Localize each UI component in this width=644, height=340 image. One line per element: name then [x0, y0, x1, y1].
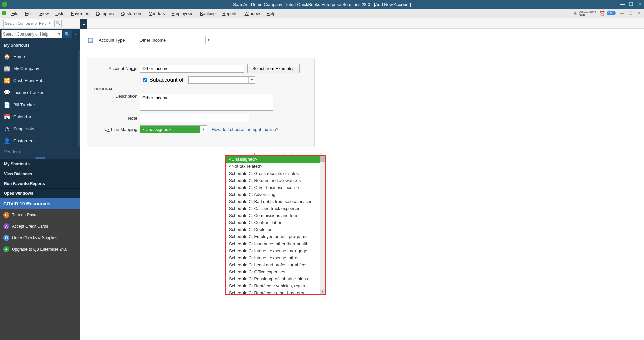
sidebar-resize-handle[interactable]	[35, 157, 45, 159]
sidebar-icon: 👤	[4, 138, 10, 144]
subaccount-combo[interactable]: ▼	[188, 76, 255, 84]
tax-option[interactable]: Schedule C: Rent/lease other bus. prop.	[226, 289, 325, 295]
sidebar-item-income-tracker[interactable]: 💬Income Tracker	[0, 86, 80, 98]
menu-edit[interactable]: Edit	[22, 10, 36, 17]
menu-file[interactable]: File	[8, 10, 22, 17]
sidebar-search-input[interactable]	[1, 30, 56, 38]
inner-restore-button[interactable]: ❐	[627, 11, 633, 16]
discovery-line2: HUB	[579, 13, 596, 16]
promo-upgrade-to-qb-enterprise-24-0[interactable]: +Upgrade to QB Enterprise 24.0	[0, 244, 80, 255]
tax-option[interactable]: Schedule C: Interest expense, other	[226, 254, 325, 261]
tax-option[interactable]: Schedule C: Gross receipts or sales	[226, 170, 325, 177]
tax-option[interactable]: Schedule C: Commissions and fees	[226, 212, 325, 219]
tax-option[interactable]: Schedule C: Employee benefit programs	[226, 233, 325, 240]
lightbulb-icon: ✵	[573, 11, 577, 16]
account-name-label: Account Name	[93, 66, 140, 71]
menu-favorites[interactable]: Favorites	[68, 10, 92, 17]
chevron-down-icon[interactable]: ▼	[248, 77, 255, 83]
toolbar-search-button[interactable]: 🔍	[54, 20, 62, 27]
account-name-input[interactable]	[140, 65, 244, 73]
sidebar-item-my-company[interactable]: 🏢My Company	[0, 62, 80, 74]
sidebar-icon: 🏠	[4, 53, 10, 59]
sidebar-search-button[interactable]: 🔍	[63, 30, 72, 38]
sidebar-search-dropdown[interactable]: ▼	[56, 30, 62, 38]
note-label: Note	[93, 116, 140, 121]
tax-option[interactable]: Schedule C: Car and truck expenses	[226, 205, 325, 212]
menu-lists[interactable]: Lists	[52, 10, 68, 17]
tax-option[interactable]: Schedule C: Rent/lease vehicles, equip.	[226, 282, 325, 289]
description-input[interactable]: Other Income	[140, 94, 273, 111]
sidebar-tab-my-shortcuts[interactable]: My Shortcuts	[0, 159, 80, 169]
maximize-button[interactable]: ❐	[628, 1, 634, 7]
tax-line-combo[interactable]: <Unassigned> ▼	[140, 125, 207, 133]
inner-close-button[interactable]: ✕	[636, 11, 642, 16]
sidebar-tab-run-favorite-reports[interactable]: Run Favorite Reports	[0, 179, 80, 188]
promo-icon: C	[3, 212, 9, 218]
note-input[interactable]	[140, 114, 249, 122]
account-type-combo[interactable]: Other Income ▼	[137, 36, 212, 44]
tax-option[interactable]: Schedule C: Advertising	[226, 191, 325, 198]
menu-customers[interactable]: Customers	[118, 10, 146, 17]
promo-order-checks-supplies[interactable]: OOrder Checks & Supplies	[0, 232, 80, 244]
tax-option[interactable]: Schedule C: Pension/profit sharing plans	[226, 275, 325, 282]
chevron-down-icon[interactable]: ▼	[205, 36, 212, 44]
tax-option[interactable]: <Unassigned>	[226, 156, 325, 163]
account-type-label: Account Type	[99, 38, 125, 43]
sidebar-tab-open-windows[interactable]: Open Windows	[0, 188, 80, 198]
tax-option[interactable]: Schedule C: Other business income	[226, 184, 325, 191]
chevron-down-icon[interactable]: ▼	[200, 126, 207, 133]
promo-turn-on-payroll[interactable]: CTurn on Payroll	[0, 209, 80, 221]
sidebar-item-customers[interactable]: 👤Customers	[0, 135, 80, 147]
sidebar-item-label: My Company	[13, 66, 39, 71]
covid-resources-link[interactable]: COVID-19 Resources	[3, 201, 50, 206]
promo-label: Accept Credit Cards	[12, 224, 48, 229]
tax-option[interactable]: Schedule C: Interest expense, mortgage	[226, 247, 325, 254]
sidebar-tab-view-balances[interactable]: View Balances	[0, 169, 80, 179]
minimize-button[interactable]: —	[619, 1, 625, 7]
tax-option[interactable]: Schedule C: Returns and allowances	[226, 177, 325, 184]
tax-line-help-link[interactable]: How do I choose the right tax line?	[212, 127, 278, 132]
sidebar-collapse-button[interactable]: ‹	[72, 30, 79, 38]
sidebar-item-cash-flow-hub[interactable]: 🔀Cash Flow Hub	[0, 74, 80, 86]
select-examples-button[interactable]: Select from Examples	[247, 64, 300, 73]
sidebar-item-bill-tracker[interactable]: 📄Bill Tracker	[0, 98, 80, 111]
promo-label: Turn on Payroll	[12, 213, 39, 217]
covid-resources-bar[interactable]: COVID-19 Resources	[0, 198, 80, 209]
tax-option[interactable]: Schedule C: Legal and professional fees	[226, 261, 325, 268]
toolbar-search-dropdown[interactable]: ▼	[47, 20, 53, 27]
sidebar-item-snapshots[interactable]: ◔Snapshots	[0, 123, 80, 135]
tax-option[interactable]: Schedule C: Office expenses	[226, 268, 325, 275]
menu-window[interactable]: Window	[241, 10, 263, 17]
dropdown-scrollbar[interactable]: ▼	[320, 156, 325, 294]
tax-option[interactable]: Schedule C: Contract labor	[226, 219, 325, 226]
sidebar-item-home[interactable]: 🏠Home	[0, 50, 80, 62]
sidebar-item-calendar[interactable]: 📅Calendar	[0, 111, 80, 123]
menu-view[interactable]: View	[36, 10, 52, 17]
inner-minimize-button[interactable]: —	[619, 11, 625, 16]
tax-option[interactable]: <Not tax related>	[226, 163, 325, 170]
toolbar-search-input[interactable]	[3, 20, 47, 27]
tax-option[interactable]: Schedule C: Insurance, other than health	[226, 240, 325, 247]
tax-option[interactable]: Schedule C: Depletion	[226, 226, 325, 233]
menu-employees[interactable]: Employees	[168, 10, 197, 17]
sidebar-scrollbar[interactable]	[78, 50, 80, 147]
reminders-button[interactable]: ⏰ 99+	[599, 10, 616, 16]
sidebar-item-vendors-peek[interactable]: Vendors	[0, 147, 80, 157]
menu-reports[interactable]: Reports	[219, 10, 241, 17]
scrollbar-down-button[interactable]: ▼	[320, 289, 325, 294]
discovery-hub-button[interactable]: ✵ DISCOVERYHUB	[573, 10, 596, 16]
panel-expander[interactable]: »	[80, 19, 87, 29]
menu-banking[interactable]: Banking	[197, 10, 219, 17]
menu-help[interactable]: Help	[263, 10, 279, 17]
tax-option[interactable]: Schedule C: Bad debts from sales/service…	[226, 198, 325, 205]
menu-vendors[interactable]: Vendors	[146, 10, 168, 17]
scrollbar-thumb[interactable]	[320, 156, 325, 162]
sidebar-item-label: Calendar	[13, 114, 31, 119]
description-label: Description	[93, 94, 140, 99]
subaccount-checkbox[interactable]	[143, 78, 147, 82]
tax-line-dropdown-list[interactable]: <Unassigned><Not tax related>Schedule C:…	[225, 155, 326, 295]
menu-company[interactable]: Company	[93, 10, 118, 17]
promo-accept-credit-cards[interactable]: AAccept Credit Cards	[0, 221, 80, 232]
grid-icon[interactable]: ▦	[87, 37, 94, 43]
close-button[interactable]: ✕	[637, 1, 643, 7]
